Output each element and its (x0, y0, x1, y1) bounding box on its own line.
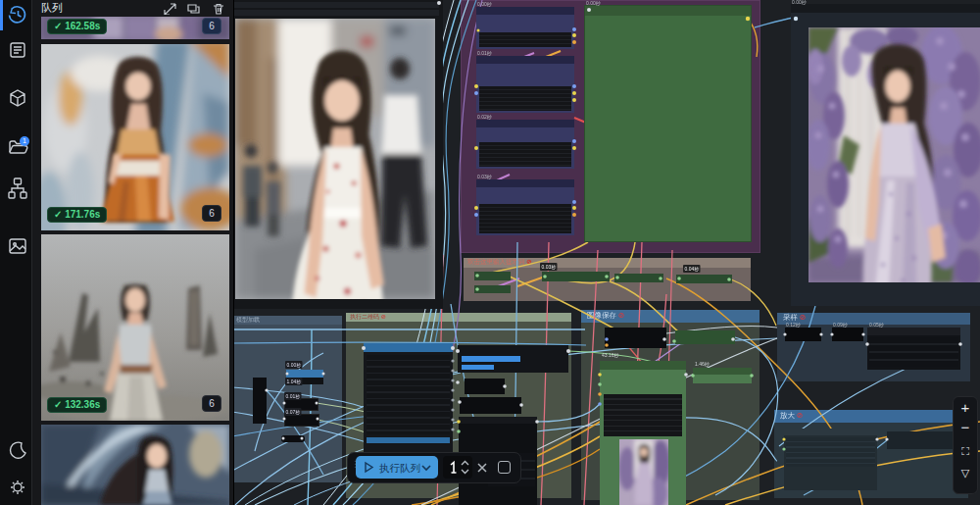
svg-text:执行队列: 执行队列 (379, 462, 420, 474)
